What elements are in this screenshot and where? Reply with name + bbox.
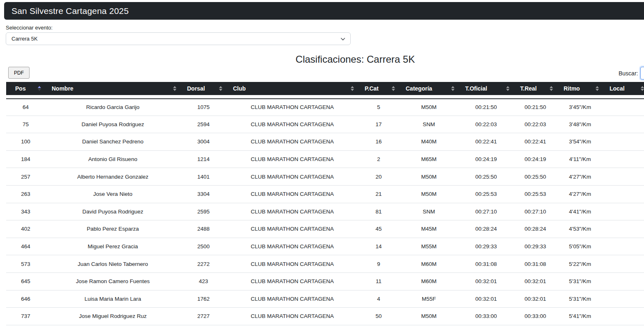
cell-nombre: Jose Miguel Rodriguez Ruz <box>45 308 180 325</box>
cell-club: CLUB MARATHON CARTAGENA <box>226 203 358 221</box>
cell-pos: 737 <box>6 308 45 325</box>
cell-categor-a: M50M <box>399 308 459 325</box>
column-label: P.Cat <box>365 85 379 92</box>
cell-categor-a: M45M <box>399 220 459 238</box>
event-select-label: Seleccionar evento: <box>6 25 644 31</box>
results-table: PosNombreDorsalClubP.CatCategoríaT.Ofici… <box>6 82 644 325</box>
cell-pos: 646 <box>6 290 45 308</box>
column-label: Ritmo <box>564 85 580 92</box>
cell-t-oficial: 00:32:01 <box>459 290 514 308</box>
page: San Silvestre Cartagena 2025 Seleccionar… <box>0 2 644 325</box>
cell-local <box>603 186 644 203</box>
cell-nombre: Pablo Perez Esparza <box>45 220 180 238</box>
cell-t-oficial: 00:22:03 <box>459 116 514 134</box>
column-header-dorsal[interactable]: Dorsal <box>180 82 226 98</box>
cell-local <box>603 168 644 186</box>
cell-dorsal: 1762 <box>180 290 226 308</box>
cell-ritmo: 4'27"/Km <box>557 186 603 203</box>
cell-ritmo: 5'41"/Km <box>557 308 603 325</box>
cell-categor-a: M60M <box>399 273 459 290</box>
cell-p-cat: 5 <box>358 98 399 116</box>
cell-local <box>603 255 644 273</box>
column-header-local[interactable]: Local <box>603 82 644 98</box>
cell-nombre: Juan Carlos Nieto Tabernero <box>45 255 180 273</box>
cell-pos: 645 <box>6 273 45 290</box>
cell-pos: 343 <box>6 203 45 221</box>
cell-pos: 184 <box>6 151 45 168</box>
cell-p-cat: 2 <box>358 151 399 168</box>
search-input[interactable] <box>640 67 644 79</box>
cell-categor-a: M55M <box>399 238 459 256</box>
table-row: 645Jose Ramon Camero Fuentes423CLUB MARA… <box>6 273 644 290</box>
column-header-nombre[interactable]: Nombre <box>45 82 180 98</box>
column-header-categor-a[interactable]: Categoría <box>399 82 459 98</box>
cell-dorsal: 1214 <box>180 151 226 168</box>
cell-t-oficial: 00:25:50 <box>459 168 514 186</box>
column-label: Club <box>233 85 246 92</box>
column-header-t-oficial[interactable]: T.Oficial <box>459 82 514 98</box>
search-label: Buscar: <box>619 70 638 77</box>
cell-ritmo: 4'41"/Km <box>557 203 603 221</box>
event-select-wrap: Carrera 5K <box>6 32 351 45</box>
table-row: 737Jose Miguel Rodriguez Ruz2727CLUB MAR… <box>6 308 644 325</box>
cell-ritmo: 3'48"/Km <box>557 116 603 134</box>
cell-club: CLUB MARATHON CARTAGENA <box>226 290 358 308</box>
table-row: 646Luisa Maria Marin Lara1762CLUB MARATH… <box>6 290 644 308</box>
sort-icon <box>596 86 599 91</box>
cell-local <box>603 273 644 290</box>
cell-t-real: 00:25:53 <box>514 186 557 203</box>
cell-categor-a: M60M <box>399 255 459 273</box>
cell-club: CLUB MARATHON CARTAGENA <box>226 238 358 256</box>
cell-nombre: Luisa Maria Marin Lara <box>45 290 180 308</box>
cell-t-oficial: 00:28:24 <box>459 220 514 238</box>
cell-categor-a: M50M <box>399 98 459 116</box>
column-header-pos[interactable]: Pos <box>6 82 45 98</box>
table-row: 257Alberto Hernandez Gonzalez1401CLUB MA… <box>6 168 644 186</box>
event-select[interactable]: Carrera 5K <box>6 32 351 45</box>
cell-local <box>603 98 644 116</box>
cell-t-real: 00:28:24 <box>514 220 557 238</box>
cell-nombre: Alberto Hernandez Gonzalez <box>45 168 180 186</box>
cell-pos: 75 <box>6 116 45 134</box>
table-row: 184Antonio Gil Risueno1214CLUB MARATHON … <box>6 151 644 168</box>
cell-p-cat: 14 <box>358 238 399 256</box>
table-body: 64Ricardo Garcia Garijo1075CLUB MARATHON… <box>6 98 644 325</box>
cell-t-real: 00:32:01 <box>514 290 557 308</box>
cell-club: CLUB MARATHON CARTAGENA <box>226 220 358 238</box>
pdf-button[interactable]: PDF <box>8 67 30 79</box>
cell-club: CLUB MARATHON CARTAGENA <box>226 151 358 168</box>
cell-t-real: 00:22:03 <box>514 116 557 134</box>
sort-asc-icon <box>38 86 41 91</box>
cell-dorsal: 3004 <box>180 133 226 151</box>
cell-dorsal: 423 <box>180 273 226 290</box>
cell-t-oficial: 00:24:19 <box>459 151 514 168</box>
sort-icon <box>451 86 454 91</box>
cell-dorsal: 3304 <box>180 186 226 203</box>
cell-t-real: 00:31:08 <box>514 255 557 273</box>
cell-categor-a: M50M <box>399 186 459 203</box>
column-label: Nombre <box>52 85 73 92</box>
cell-t-oficial: 00:25:53 <box>459 186 514 203</box>
cell-ritmo: 4'53"/Km <box>557 220 603 238</box>
column-header-club[interactable]: Club <box>226 82 358 98</box>
cell-ritmo: 3'54"/Km <box>557 133 603 151</box>
navbar: San Silvestre Cartagena 2025 <box>4 2 644 20</box>
column-header-t-real[interactable]: T.Real <box>514 82 557 98</box>
cell-nombre: Antonio Gil Risueno <box>45 151 180 168</box>
cell-t-real: 00:29:33 <box>514 238 557 256</box>
cell-club: CLUB MARATHON CARTAGENA <box>226 186 358 203</box>
cell-categor-a: M65M <box>399 151 459 168</box>
column-label: Local <box>610 85 625 92</box>
cell-p-cat: 11 <box>358 273 399 290</box>
cell-nombre: David Puyosa Rodriguez <box>45 203 180 221</box>
column-header-ritmo[interactable]: Ritmo <box>557 82 603 98</box>
cell-p-cat: 9 <box>358 255 399 273</box>
toolbar: PDF Buscar: <box>0 67 644 79</box>
column-header-p-cat[interactable]: P.Cat <box>358 82 399 98</box>
app-title: San Silvestre Cartagena 2025 <box>11 6 129 16</box>
cell-pos: 402 <box>6 220 45 238</box>
cell-categor-a: SNM <box>399 116 459 134</box>
cell-pos: 257 <box>6 168 45 186</box>
cell-ritmo: 5'31"/Km <box>557 273 603 290</box>
column-label: Categoría <box>406 85 432 92</box>
